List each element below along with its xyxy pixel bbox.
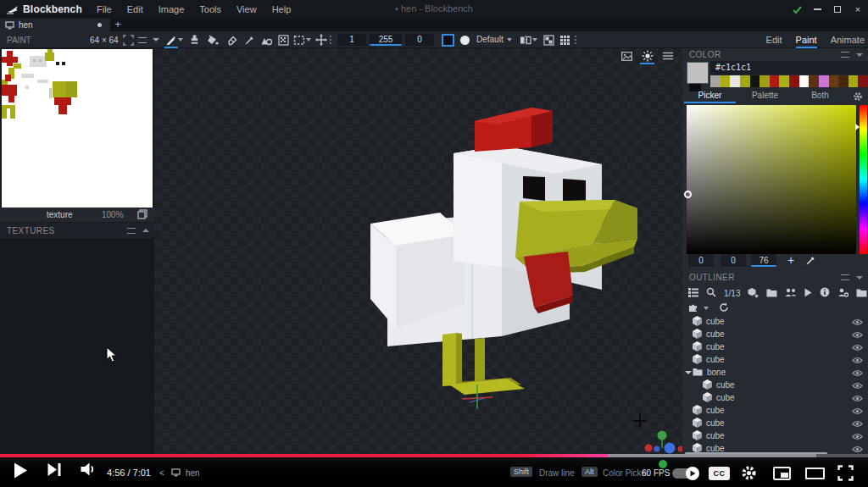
outliner-row-cube[interactable]: cube: [682, 379, 868, 391]
texture-list-item[interactable]: texture 100%: [0, 208, 154, 222]
brush-shape-circle-button[interactable]: [460, 36, 470, 45]
tab-edit[interactable]: Edit: [766, 35, 782, 45]
mirror-dropdown-icon[interactable]: [531, 33, 538, 47]
tab-picker[interactable]: Picker: [682, 89, 737, 103]
palette-swatch[interactable]: [849, 75, 859, 87]
saturation-value-gradient[interactable]: [687, 105, 856, 254]
brush-size-input[interactable]: 1: [337, 34, 366, 46]
expand-caret-icon[interactable]: [685, 371, 693, 374]
viewport-menu-icon[interactable]: [661, 50, 674, 62]
visibility-toggle-icon[interactable]: [852, 318, 863, 328]
palette-swatch[interactable]: [829, 75, 839, 87]
marquee-dropdown-icon[interactable]: [305, 33, 312, 47]
visibility-toggle-icon[interactable]: [852, 381, 863, 391]
collapse-panel-icon[interactable]: [142, 229, 149, 232]
marquee-select-tool[interactable]: [292, 33, 306, 47]
palette-swatch[interactable]: [730, 75, 740, 87]
group-icon[interactable]: [785, 288, 797, 299]
outliner-row-cube[interactable]: cube: [682, 315, 868, 328]
refresh-icon[interactable]: [719, 302, 729, 314]
toolbar-overflow-icon[interactable]: [330, 36, 331, 37]
visibility-toggle-icon[interactable]: [852, 343, 863, 353]
shape-tool[interactable]: [259, 33, 273, 47]
plugin-puzzle-icon[interactable]: [688, 302, 698, 314]
brush-softness-input[interactable]: 0: [405, 34, 434, 46]
dithering-icon[interactable]: [276, 33, 290, 47]
search-icon[interactable]: [706, 287, 716, 299]
outliner-row-cube[interactable]: cube: [682, 391, 868, 404]
tab-palette[interactable]: Palette: [737, 89, 793, 103]
outliner-row-bone[interactable]: bone: [682, 366, 868, 379]
fit-view-icon[interactable]: [121, 33, 135, 47]
panel-menu-icon[interactable]: [127, 228, 136, 234]
settings-gear-icon[interactable]: [741, 465, 757, 481]
palette-swatch[interactable]: [838, 75, 849, 87]
palette-swatch[interactable]: [721, 75, 731, 87]
outliner-row-cube[interactable]: cube: [682, 404, 868, 417]
hue-input[interactable]: 0: [688, 254, 714, 267]
fullscreen-button[interactable]: [837, 465, 854, 481]
outliner-row-cube[interactable]: cube: [682, 353, 868, 366]
mirror-paint-icon[interactable]: [519, 33, 532, 47]
video-progress-bar[interactable]: [0, 454, 868, 457]
textures-panel-header[interactable]: TEXTURES: [0, 223, 154, 238]
palette-settings-gear-icon[interactable]: [848, 89, 868, 103]
outliner-row-cube[interactable]: cube: [682, 442, 868, 452]
lock-alpha-icon[interactable]: [542, 33, 555, 47]
palette-swatch[interactable]: [819, 75, 829, 87]
play-button[interactable]: [14, 462, 28, 479]
menu-tools[interactable]: Tools: [192, 4, 229, 14]
outliner-panel-header[interactable]: OUTLINER: [682, 271, 868, 284]
color-position-marker[interactable]: [684, 191, 692, 198]
add-group-icon[interactable]: [766, 288, 777, 299]
theater-mode-button[interactable]: [805, 468, 825, 479]
next-button[interactable]: [47, 462, 61, 477]
palette-swatch[interactable]: [779, 75, 789, 87]
autoplay-toggle[interactable]: [672, 468, 698, 479]
maximize-button[interactable]: [827, 0, 848, 19]
outliner-row-cube[interactable]: cube: [682, 340, 868, 353]
outliner-row-cube[interactable]: cube: [682, 417, 868, 429]
play-animation-icon[interactable]: [804, 288, 812, 299]
tab-paint[interactable]: Paint: [796, 35, 817, 45]
toolbar-overflow2-icon[interactable]: [575, 36, 576, 37]
info-icon[interactable]: [820, 287, 830, 299]
palette-swatch[interactable]: [760, 75, 770, 87]
menu-edit[interactable]: Edit: [120, 4, 151, 14]
view-navigation-gizmo[interactable]: [645, 431, 683, 454]
list-view-icon[interactable]: [688, 288, 698, 299]
main-color-swatch[interactable]: [687, 62, 709, 84]
tab-animate[interactable]: Animate: [831, 35, 865, 45]
brush-tool[interactable]: [164, 33, 178, 47]
hex-color-input[interactable]: #c1c1c1: [710, 61, 868, 75]
copy-brush-tool[interactable]: [187, 33, 201, 47]
shading-toggle-icon[interactable]: [641, 50, 654, 62]
palette-swatch[interactable]: [750, 75, 760, 87]
move-tool[interactable]: [314, 33, 328, 47]
volume-icon[interactable]: [81, 462, 96, 476]
copy-icon[interactable]: [137, 209, 147, 221]
folder-icon[interactable]: [856, 288, 867, 299]
brush-shape-square-button[interactable]: [442, 34, 454, 47]
visibility-toggle-icon[interactable]: [852, 368, 863, 379]
visibility-toggle-icon[interactable]: [852, 432, 863, 442]
panel-menu-icon[interactable]: [841, 52, 849, 58]
history-back-chevron[interactable]: <: [159, 468, 164, 478]
fill-bucket-tool[interactable]: [206, 33, 220, 47]
palette-swatch[interactable]: [770, 75, 780, 87]
palette-swatch[interactable]: [858, 75, 868, 87]
menu-help[interactable]: Help: [264, 4, 299, 14]
eyedropper-icon[interactable]: [805, 255, 816, 268]
collapse-panel-icon[interactable]: [856, 276, 863, 279]
palette-swatch[interactable]: [710, 75, 721, 87]
brush-dropdown-icon[interactable]: [177, 33, 184, 47]
menu-file[interactable]: File: [89, 4, 120, 14]
visibility-toggle-icon[interactable]: [852, 394, 863, 404]
outliner-row-cube[interactable]: cube: [682, 429, 868, 442]
subtitles-button[interactable]: CC: [709, 467, 730, 480]
minimize-button[interactable]: [807, 0, 827, 19]
viewport-3d[interactable]: [154, 48, 682, 455]
close-button[interactable]: ×: [848, 0, 868, 19]
brush-opacity-input[interactable]: 255: [370, 34, 402, 46]
collapse-panel-icon[interactable]: [856, 53, 863, 57]
